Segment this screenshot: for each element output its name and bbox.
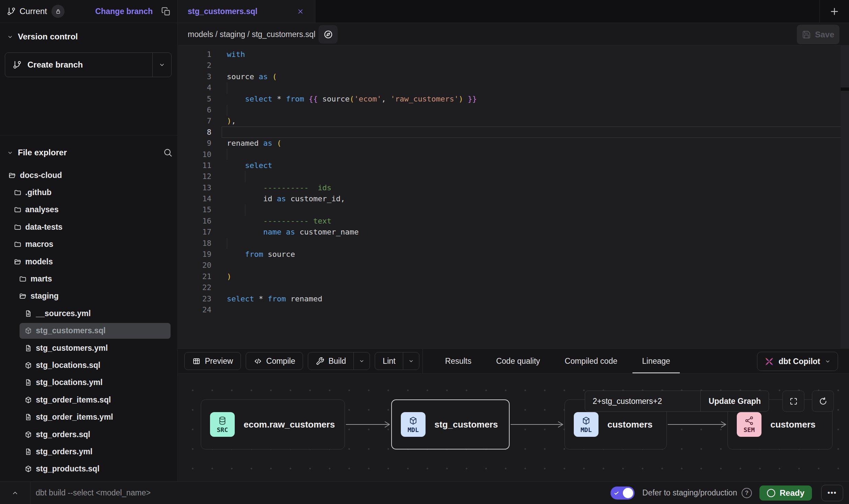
search-icon[interactable] xyxy=(163,148,173,157)
file-name: stg_locations.sql xyxy=(36,361,101,370)
file-model-icon xyxy=(24,465,32,473)
file-name: stg_orders.yml xyxy=(36,447,93,456)
code-line-12: 12 xyxy=(178,171,849,182)
copilot-label: dbt Copilot xyxy=(779,357,820,366)
file-model-icon xyxy=(24,431,32,439)
file-doc-icon xyxy=(24,310,32,317)
command-input[interactable]: dbt build --select <model_name> xyxy=(36,482,151,504)
build-dropdown[interactable] xyxy=(353,352,370,370)
indent-guide xyxy=(227,105,227,116)
editor-toolbar: Preview Compile xyxy=(178,348,849,374)
file-tree-item-models[interactable]: models xyxy=(0,253,177,270)
help-icon[interactable]: ? xyxy=(742,488,752,498)
file-tree-item--sources-yml[interactable]: __sources.yml xyxy=(0,305,177,322)
code-line-18: 18 xyxy=(178,238,849,249)
lineage-node-src-ecom-raw-customers[interactable]: SRCecom.raw_customers xyxy=(201,399,345,449)
fullscreen-button[interactable] xyxy=(782,391,804,412)
build-label: Build xyxy=(328,357,346,366)
close-tab-icon[interactable] xyxy=(297,8,304,15)
line-number: 15 xyxy=(178,204,211,215)
tab-code-quality[interactable]: Code quality xyxy=(487,349,550,373)
indent-guide xyxy=(227,238,227,249)
editor-scrollbar[interactable] xyxy=(841,46,849,348)
file-tree-item-stg-orders-yml[interactable]: stg_orders.yml xyxy=(0,443,177,460)
new-tab-button[interactable] xyxy=(819,0,849,23)
dbt-copilot-icon xyxy=(764,357,774,367)
line-number: 10 xyxy=(178,149,211,160)
line-number: 19 xyxy=(178,249,211,260)
file-tree-item-data-tests[interactable]: data-tests xyxy=(0,218,177,236)
file-name: stg_customers.yml xyxy=(36,344,108,353)
update-graph-button[interactable]: Update Graph xyxy=(700,391,769,411)
file-name: data-tests xyxy=(25,223,63,232)
copy-icon[interactable] xyxy=(161,7,171,16)
file-doc-icon xyxy=(24,448,32,456)
node-type-badge: MDL xyxy=(401,412,426,437)
command-bar-collapse-button[interactable] xyxy=(8,482,22,504)
refresh-graph-button[interactable] xyxy=(812,391,834,412)
tab-stg-customers-sql[interactable]: stg_customers.sql xyxy=(178,0,315,23)
file-tree-item-stg-customers-sql[interactable]: stg_customers.sql xyxy=(0,322,177,339)
file-tree-item-macros[interactable]: macros xyxy=(0,236,177,253)
folder-open-icon xyxy=(19,292,27,300)
file-tree-item-stg-orders-sql[interactable]: stg_orders.sql xyxy=(0,426,177,443)
explore-compass-button[interactable] xyxy=(318,25,338,44)
file-tree: docs-cloud.githubanalysesdata-testsmacro… xyxy=(0,167,177,481)
file-name: marts xyxy=(31,274,52,284)
code-line-6: 6 xyxy=(178,105,849,116)
badge-label: MDL xyxy=(408,426,419,433)
file-tree-item-analyses[interactable]: analyses xyxy=(0,201,177,218)
tab-results[interactable]: Results xyxy=(435,349,481,373)
dbt-copilot-button[interactable]: dbt Copilot xyxy=(757,352,838,371)
lint-button[interactable]: Lint xyxy=(375,352,419,370)
tab-lineage[interactable]: Lineage xyxy=(632,349,680,373)
lineage-node-mdl-stg-customers[interactable]: MDLstg_customers xyxy=(391,399,510,449)
version-control-title: Version control xyxy=(18,32,78,41)
file-tree-item-stg-order-items-sql[interactable]: stg_order_items.sql xyxy=(0,391,177,408)
create-branch-button[interactable]: Create branch xyxy=(5,52,172,77)
change-branch-link[interactable]: Change branch xyxy=(95,7,153,16)
version-control-header[interactable]: Version control xyxy=(0,29,177,44)
folder-open-icon xyxy=(8,171,16,179)
code-line-21: 21) xyxy=(178,271,849,282)
indent-guide xyxy=(227,149,227,160)
code-editor[interactable]: 1with23source as (45 select * from {{ so… xyxy=(178,46,849,348)
file-tree-item-staging[interactable]: staging xyxy=(0,288,177,305)
file-name: models xyxy=(25,257,53,266)
code-line-7: 7), xyxy=(178,116,849,127)
file-tree-item--github[interactable]: .github xyxy=(0,184,177,201)
create-branch-dropdown[interactable] xyxy=(152,53,171,77)
create-branch-label: Create branch xyxy=(27,60,83,70)
preview-button[interactable]: Preview xyxy=(184,352,241,370)
lineage-selector-input[interactable]: 2+stg_customers+2 xyxy=(585,391,700,411)
file-tree-item-stg-locations-sql[interactable]: stg_locations.sql xyxy=(0,357,177,374)
file-explorer-header[interactable]: File explorer xyxy=(0,145,177,160)
compile-button[interactable]: Compile xyxy=(246,352,303,370)
editor-minimap[interactable]: withsource as ( select * from {{ source(… xyxy=(799,48,839,101)
ready-status-button[interactable]: Ready xyxy=(759,485,812,501)
chevron-down-icon xyxy=(359,358,365,364)
line-number: 2 xyxy=(178,60,211,71)
chevron-down-icon xyxy=(825,358,831,364)
save-button[interactable]: Save xyxy=(797,25,839,44)
more-options-button[interactable]: ••• xyxy=(821,485,843,501)
line-number: 5 xyxy=(178,94,211,105)
line-number: 14 xyxy=(178,193,211,204)
file-doc-icon xyxy=(24,379,32,386)
file-model-icon xyxy=(24,327,32,335)
file-tree-item-stg-locations-yml[interactable]: stg_locations.yml xyxy=(0,374,177,391)
lint-dropdown[interactable] xyxy=(403,352,419,370)
tab-compiled-code[interactable]: Compiled code xyxy=(555,349,627,373)
file-tree-item-stg-order-items-yml[interactable]: stg_order_items.yml xyxy=(0,408,177,425)
lineage-panel[interactable]: 2+stg_customers+2 Update Graph SRCecom.r… xyxy=(178,374,849,481)
line-number: 7 xyxy=(178,116,211,127)
defer-toggle[interactable] xyxy=(610,487,635,500)
file-name: stg_products.sql xyxy=(36,464,100,473)
fullscreen-icon xyxy=(789,397,798,406)
file-tree-item-stg-customers-yml[interactable]: stg_customers.yml xyxy=(0,339,177,357)
build-button[interactable]: Build xyxy=(308,352,370,370)
file-tree-item-marts[interactable]: marts xyxy=(0,270,177,287)
preview-label: Preview xyxy=(205,357,233,366)
file-tree-item-stg-products-sql[interactable]: stg_products.sql xyxy=(0,460,177,478)
file-tree-item-docs-cloud[interactable]: docs-cloud xyxy=(0,167,177,184)
